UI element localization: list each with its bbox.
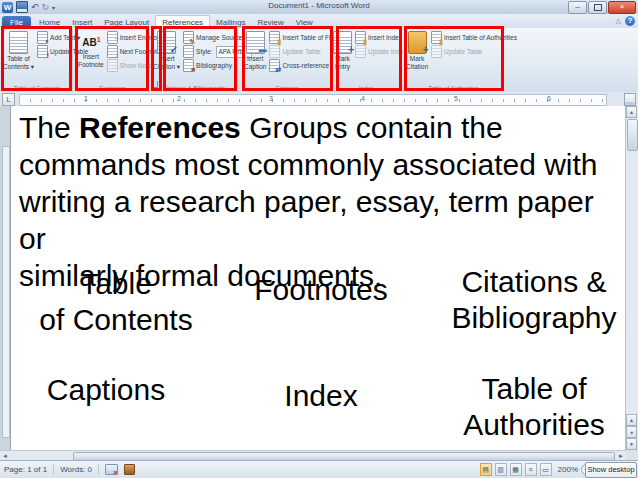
proofing-errors-icon[interactable]	[105, 464, 118, 475]
select-browse-object-icon[interactable]: ●	[626, 426, 637, 438]
insert-index-button[interactable]: ▮ Insert Index	[355, 31, 407, 44]
ribbon-tab-row: File Home Insert Page Layout References …	[0, 14, 638, 28]
insert-citation-button[interactable]: ✓ Insert Citation ▾	[152, 28, 181, 92]
view-ruler-button[interactable]	[624, 93, 636, 106]
group-index: + Mark Entry ▮ Insert Index Update Index…	[332, 28, 401, 92]
update-table-authorities-button[interactable]: Update Table	[431, 45, 517, 58]
style-icon	[183, 45, 194, 58]
tab-mailings[interactable]: Mailings	[210, 16, 251, 28]
help-icon[interactable]: ?	[625, 16, 635, 26]
tab-page-layout[interactable]: Page Layout	[98, 16, 155, 28]
insert-citation-icon: ✓	[157, 31, 176, 54]
divider	[53, 464, 54, 475]
minimize-ribbon-icon[interactable]: △	[616, 17, 621, 25]
horizontal-ruler[interactable]: 1 2 3 4 5 6	[19, 94, 607, 106]
insert-footnote-icon: AB1	[82, 31, 99, 52]
scroll-up-icon[interactable]: ▲	[626, 106, 637, 118]
group-table-of-authorities: + Mark Citation ▮ Insert Table of Author…	[405, 28, 502, 92]
divider	[98, 464, 99, 475]
minimize-button[interactable]: –	[568, 1, 587, 14]
vertical-ruler[interactable]	[2, 146, 10, 438]
insert-caption-button[interactable]: ▬ Insert Caption	[243, 28, 267, 92]
insert-caption-icon: ▬	[246, 31, 265, 54]
table-of-contents-button[interactable]: Table of Contents ▾	[2, 28, 35, 92]
paragraph-line: The References Groups contain the	[19, 109, 619, 146]
ribbon-tabs: File Home Insert Page Layout References …	[2, 14, 319, 28]
insert-table-of-authorities-button[interactable]: ▮ Insert Table of Authorities	[431, 31, 517, 44]
grid-table-of-contents: Tableof Contents	[21, 266, 211, 338]
grid-citations-bibliography: Citations &Bibliography	[439, 264, 629, 336]
insert-table-of-authorities-icon: ▮	[431, 31, 442, 44]
update-index-icon	[355, 45, 366, 58]
document-page[interactable]: The References Groups contain the comman…	[10, 106, 627, 450]
insert-index-icon: ▮	[355, 31, 366, 44]
mark-entry-button[interactable]: + Mark Entry	[332, 28, 353, 92]
grid-captions: Captions	[16, 372, 196, 408]
title-bar: W ↶ ↻ ▾ Document1 - Microsoft Word – ×	[0, 0, 638, 15]
insert-endnote-icon: ¯	[107, 31, 118, 44]
full-screen-reading-icon[interactable]: ▥	[495, 463, 507, 476]
grid-table-of-authorities: Table ofAuthorities	[439, 371, 629, 443]
tab-selector-button[interactable]: L	[2, 93, 15, 106]
draft-view-icon[interactable]: ▭	[540, 463, 552, 476]
mark-entry-icon: +	[333, 31, 352, 54]
table-of-contents-icon	[9, 31, 28, 54]
add-text-icon: ‣	[37, 31, 48, 44]
ribbon: Table of Contents ▾ ‣ Add Text ▾ ! Updat…	[0, 28, 638, 93]
vertical-scroll-thumb[interactable]	[627, 119, 638, 151]
group-label-citations-bibliography: Citations & Bibliography	[152, 85, 237, 91]
group-label-index: Index	[332, 85, 400, 91]
update-table-icon: !	[37, 45, 48, 58]
grid-footnotes: Footnotes	[231, 272, 411, 308]
mark-citation-icon: +	[408, 31, 427, 54]
update-index-button[interactable]: Update Index	[355, 45, 407, 58]
insert-table-of-figures-icon: ▮	[269, 31, 280, 44]
paragraph-line: writing a research paper, essay, term pa…	[19, 183, 619, 257]
grid-index: Index	[241, 378, 401, 414]
scroll-right-icon[interactable]: ►	[618, 452, 624, 460]
scrollbar-corner	[626, 450, 638, 460]
tab-file[interactable]: File	[2, 16, 31, 28]
bibliography-button[interactable]: ■ Bibliography ▾	[183, 59, 251, 72]
tab-home[interactable]: Home	[33, 16, 66, 28]
manage-sources-button[interactable]: ✎ Manage Sources	[183, 31, 251, 44]
zoom-level[interactable]: 200%	[558, 465, 578, 474]
group-table-of-contents: Table of Contents ▾ ‣ Add Text ▾ ! Updat…	[2, 28, 73, 92]
group-footnotes: AB1 Insert Footnote ¯ Insert Endnote ↓ N…	[77, 28, 149, 92]
window-controls: – ×	[568, 1, 636, 14]
group-label-table-of-authorities: Table of Authorities	[405, 85, 502, 91]
tab-insert[interactable]: Insert	[66, 16, 98, 28]
show-desktop-tooltip: Show desktop	[585, 462, 637, 478]
previous-page-icon[interactable]: ▲	[626, 414, 637, 426]
mark-citation-button[interactable]: + Mark Citation	[405, 28, 429, 92]
web-layout-icon[interactable]: ▦	[510, 463, 522, 476]
restore-button[interactable]	[588, 1, 607, 14]
vertical-scrollbar[interactable]: ▲ ▲ ● ▼	[625, 106, 638, 450]
paragraph-line: commands most commonly associated with	[19, 146, 619, 183]
word-count[interactable]: Words: 0	[60, 465, 92, 474]
tab-view[interactable]: View	[290, 16, 319, 28]
scroll-left-icon[interactable]: ◄	[2, 452, 8, 460]
window-title: Document1 - Microsoft Word	[0, 1, 638, 10]
style-selector[interactable]: Style: APA Fifth▾	[183, 45, 251, 58]
update-table-captions-icon	[269, 45, 280, 58]
group-label-table-of-contents: Table of Contents	[2, 85, 72, 91]
manage-sources-icon: ✎	[183, 31, 194, 44]
macro-recording-icon[interactable]	[124, 464, 135, 475]
cross-reference-icon: ⇄	[269, 59, 280, 72]
group-captions: ▬ Insert Caption ▮ Insert Table of Figur…	[243, 28, 332, 92]
print-layout-view-icon[interactable]: ▤	[480, 463, 492, 476]
bibliography-icon: ■	[183, 59, 194, 72]
outline-view-icon[interactable]: ≡	[525, 463, 537, 476]
tab-references[interactable]: References	[155, 15, 210, 28]
page-count[interactable]: Page: 1 of 1	[4, 465, 47, 474]
next-page-icon[interactable]: ▼	[626, 438, 637, 450]
ruler-row: L 1 2 3 4 5 6	[0, 92, 638, 107]
group-label-footnotes: Footnotes	[77, 85, 148, 91]
close-button[interactable]: ×	[608, 1, 636, 14]
tab-review[interactable]: Review	[251, 16, 289, 28]
show-notes-icon	[107, 59, 118, 72]
document-area: The References Groups contain the comman…	[0, 106, 638, 450]
insert-footnote-button[interactable]: AB1 Insert Footnote	[77, 28, 105, 92]
group-citations-bibliography: ✓ Insert Citation ▾ ✎ Manage Sources Sty…	[152, 28, 238, 92]
